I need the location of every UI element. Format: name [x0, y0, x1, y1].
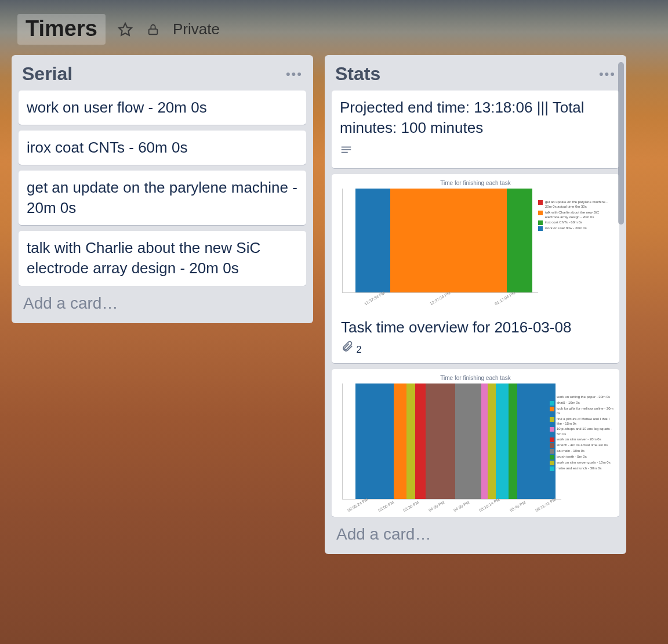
chart-title: Time for finishing each task [332, 180, 619, 186]
card[interactable]: work on user flow - 20m 0s [19, 91, 306, 125]
card-projected-end[interactable]: Projected end time: 13:18:06 ||| Total m… [332, 91, 619, 168]
star-icon[interactable] [117, 21, 133, 38]
legend-entry: look for gifts for melissa online - 20m … [550, 406, 613, 416]
legend-entry: get an update on the parylene machine - … [538, 200, 613, 209]
card[interactable]: irox coat CNTs - 60m 0s [19, 131, 306, 165]
list-menu-icon[interactable]: ••• [286, 67, 303, 82]
chart-bar [509, 383, 517, 499]
legend-entry: find a picture of Matteo and I that I li… [550, 417, 613, 426]
legend-entry: work on writing the paper - 30m 0s [550, 395, 613, 400]
attachment-count: 2 [356, 345, 361, 354]
legend-entry: work on slim server goals - 10m 0s [550, 460, 613, 465]
card-chart-1[interactable]: Time for finishing each task 11:37:34 PM… [332, 174, 619, 363]
chart-bar [426, 383, 455, 499]
list-menu-icon[interactable]: ••• [599, 67, 616, 82]
list-serial-cards: work on user flow - 20m 0s irox coat CNT… [19, 91, 306, 286]
chart-legend: work on writing the paper - 30m 0schat5 … [550, 395, 613, 472]
list-title[interactable]: Stats [335, 63, 380, 85]
chart-bar [394, 383, 406, 499]
legend-entry: work on user flow - 20m 0s [538, 226, 613, 231]
legend-entry: 10 pushups and 10 one leg squats - 5m 0s [550, 426, 613, 436]
card[interactable]: talk with Charlie about the new SiC elec… [19, 231, 306, 285]
board-canvas: Serial ••• work on user flow - 20m 0s ir… [0, 55, 668, 554]
chart-title: Time for finishing each task [332, 375, 619, 381]
legend-entry: talk with Charlie about the new SiC elec… [538, 210, 613, 220]
description-icon [340, 144, 353, 161]
list-stats: Stats ••• Projected end time: 13:18:06 |… [325, 55, 626, 554]
chart-bar [355, 189, 390, 292]
chart-bar [355, 383, 394, 499]
legend-entry: brush teeth - 5m 0s [550, 454, 613, 460]
card-text: Projected end time: 13:18:06 ||| Total m… [340, 97, 611, 138]
privacy-label[interactable]: Private [173, 20, 220, 38]
chart-bar [496, 383, 509, 499]
attachment-icon [341, 345, 356, 354]
lock-icon [145, 21, 161, 38]
chart-bar [390, 189, 507, 292]
chart-bar [415, 383, 426, 499]
card-chart-2[interactable]: Time for finishing each task 02:05:24 PM… [332, 369, 619, 517]
svg-rect-1 [149, 29, 158, 34]
chart-bar [406, 383, 415, 499]
add-card-button[interactable]: Add a card… [19, 286, 306, 316]
board-header: Timers Private [0, 0, 668, 55]
legend-entry: stretch - 4m 0s actual time 2m 0s [550, 443, 613, 448]
legend-entry: irox coat CNTs - 60m 0s [538, 220, 613, 225]
svg-marker-0 [119, 23, 132, 35]
board-title[interactable]: Timers [17, 14, 106, 45]
legend-entry: chat5 - 10m 0s [550, 400, 613, 406]
chart-canvas: 02:05:24 PM03:00 PM03:30 PM04:00 PM04:30… [342, 383, 561, 500]
chart-bar [507, 189, 532, 292]
chart-bar [455, 383, 481, 499]
chart-bar [481, 383, 488, 499]
legend-entry: make and eat lunch - 30m 0s [550, 466, 613, 471]
chart-legend: get an update on the parylene machine - … [538, 200, 613, 232]
card-text: Task time overview for 2016-03-08 [332, 310, 619, 340]
add-card-button[interactable]: Add a card… [332, 517, 619, 547]
chart-bar [488, 383, 496, 499]
card[interactable]: get an update on the parylene machine - … [19, 171, 306, 225]
list-serial: Serial ••• work on user flow - 20m 0s ir… [12, 55, 313, 323]
legend-entry: eat main - 10m 0s [550, 448, 613, 454]
list-stats-cards: Projected end time: 13:18:06 ||| Total m… [332, 91, 619, 517]
list-title[interactable]: Serial [22, 63, 72, 85]
legend-entry: work on slim server - 20m 0s [550, 437, 613, 442]
chart-canvas: 11:37:34 PM12:37:34 PM01:17:06 PM [342, 189, 538, 293]
